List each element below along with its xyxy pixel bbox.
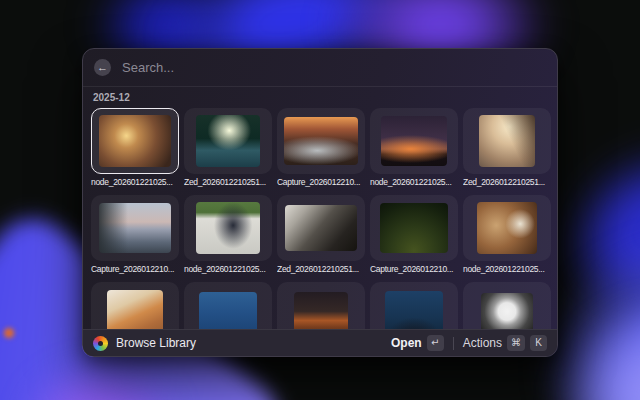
photo-image	[294, 292, 348, 331]
photo-thumbnail[interactable]	[370, 195, 458, 261]
photo-image	[479, 115, 535, 167]
photo-item: node_202601221025...	[91, 108, 179, 189]
color-wheel-icon	[93, 336, 108, 351]
photo-item: Zed_2026012210251...	[463, 108, 551, 189]
photo-thumbnail[interactable]	[91, 195, 179, 261]
photo-filename: node_202601221025...	[184, 263, 278, 276]
source-label: Browse Library	[116, 336, 196, 350]
wallpaper-shape	[20, 360, 180, 400]
source-indicator: Browse Library	[93, 336, 196, 351]
photo-item	[463, 282, 551, 331]
k-keycap: K	[530, 335, 547, 351]
photo-image	[99, 203, 171, 253]
search-bar: ←	[83, 49, 557, 87]
photo-image	[481, 293, 533, 331]
open-button[interactable]: Open ↵	[391, 335, 444, 351]
photo-thumbnail[interactable]	[184, 282, 272, 331]
photo-item: Capture_2026012210...	[370, 195, 458, 276]
photo-item	[184, 282, 272, 331]
photo-thumbnail[interactable]	[463, 108, 551, 174]
photo-thumbnail[interactable]	[370, 108, 458, 174]
photo-image	[285, 205, 357, 251]
results-area: 2025-12 node_202601221025... Zed_2026012…	[83, 87, 557, 331]
actions-label: Actions	[463, 336, 502, 350]
photo-item: Zed_2026012210251...	[184, 108, 272, 189]
photo-image	[196, 115, 260, 167]
photo-image	[196, 202, 260, 254]
photo-image	[381, 116, 447, 166]
photo-thumbnail[interactable]	[277, 195, 365, 261]
photo-filename: Zed_2026012210251...	[184, 176, 278, 189]
media-browser-window: ← 2025-12 node_202601221025... Zed_20260…	[82, 48, 558, 357]
return-keycap: ↵	[427, 335, 444, 351]
photo-item	[91, 282, 179, 331]
photo-filename: node_202601221025...	[91, 176, 185, 189]
photo-grid: node_202601221025... Zed_2026012210251..…	[91, 108, 549, 331]
photo-item: Zed_2026012210251...	[277, 195, 365, 276]
footer-divider	[453, 337, 454, 350]
photo-filename: Capture_2026012210...	[91, 263, 185, 276]
actions-button[interactable]: Actions ⌘ K	[463, 335, 547, 351]
photo-filename: node_202601221025...	[463, 263, 557, 276]
open-label: Open	[391, 336, 422, 350]
footer-actions: Open ↵ Actions ⌘ K	[391, 335, 547, 351]
search-input[interactable]	[120, 59, 546, 76]
photo-filename: Capture_2026012210...	[277, 176, 371, 189]
photo-thumbnail[interactable]	[277, 282, 365, 331]
back-button[interactable]: ←	[94, 59, 111, 76]
footer-bar: Browse Library Open ↵ Actions ⌘ K	[83, 329, 557, 356]
arrow-left-icon: ←	[97, 59, 108, 76]
photo-filename: Zed_2026012210251...	[277, 263, 371, 276]
photo-thumbnail[interactable]	[370, 282, 458, 331]
photo-thumbnail[interactable]	[463, 282, 551, 331]
photo-image	[380, 203, 448, 253]
wallpaper-shape	[560, 300, 640, 400]
photo-thumbnail[interactable]	[463, 195, 551, 261]
photo-image	[107, 290, 163, 331]
photo-filename: Capture_2026012210...	[370, 263, 464, 276]
photo-thumbnail-selected[interactable]	[91, 108, 179, 174]
photo-item: Capture_2026012210...	[277, 108, 365, 189]
photo-thumbnail[interactable]	[184, 195, 272, 261]
photo-item: node_202601221025...	[463, 195, 551, 276]
photo-thumbnail[interactable]	[184, 108, 272, 174]
section-header: 2025-12	[93, 92, 549, 104]
photo-item: Capture_2026012210...	[91, 195, 179, 276]
photo-item: node_202601221025...	[370, 108, 458, 189]
photo-image	[477, 202, 537, 254]
photo-image	[99, 115, 171, 167]
photo-filename: node_202601221025...	[370, 176, 464, 189]
photo-image	[284, 117, 358, 165]
photo-item	[370, 282, 458, 331]
photo-item	[277, 282, 365, 331]
command-keycap: ⌘	[507, 335, 525, 351]
wallpaper-shape	[2, 326, 16, 340]
photo-filename: Zed_2026012210251...	[463, 176, 557, 189]
photo-item: node_202601221025...	[184, 195, 272, 276]
photo-image	[385, 291, 443, 331]
photo-image	[199, 292, 257, 331]
photo-thumbnail[interactable]	[91, 282, 179, 331]
photo-thumbnail[interactable]	[277, 108, 365, 174]
